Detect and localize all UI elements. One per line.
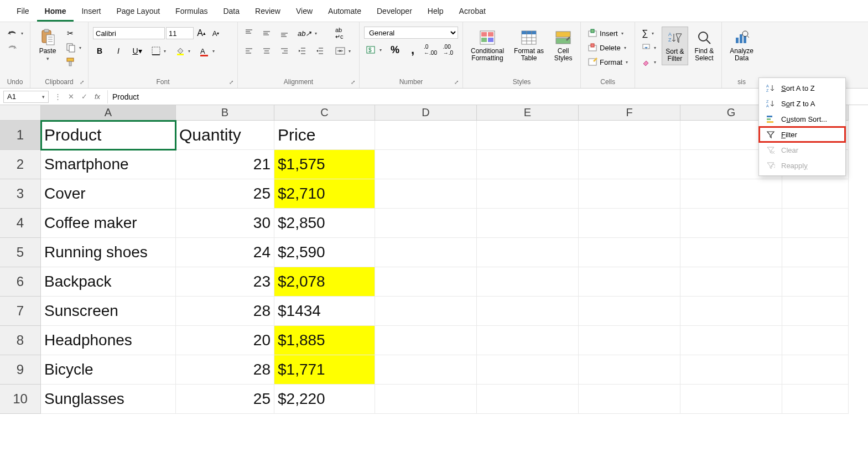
- name-box[interactable]: A1 ▾: [3, 91, 49, 103]
- cell-A9[interactable]: Bicycle: [41, 355, 176, 385]
- row-header[interactable]: 1: [0, 121, 41, 150]
- cell-B10[interactable]: 25: [176, 385, 274, 414]
- cell-D3[interactable]: [375, 179, 477, 209]
- cell-E8[interactable]: [477, 326, 579, 355]
- cells-area[interactable]: ProductQuantityPriceSmartphone21$1,575Co…: [41, 121, 849, 414]
- cell-E5[interactable]: [477, 238, 579, 267]
- menu-automate[interactable]: Automate: [320, 2, 369, 22]
- row-header[interactable]: 10: [0, 385, 41, 414]
- sort-za-item[interactable]: ZA Sort Z to A: [759, 96, 845, 111]
- row-header[interactable]: 8: [0, 326, 41, 355]
- cell-B6[interactable]: 23: [176, 267, 274, 297]
- autosum-button[interactable]: ∑▾: [640, 27, 658, 40]
- underline-button[interactable]: U ▾: [131, 44, 144, 58]
- cell-E7[interactable]: [477, 297, 579, 326]
- cell-A6[interactable]: Backpack: [41, 267, 176, 297]
- cell-D1[interactable]: [375, 121, 477, 150]
- cell-E3[interactable]: [477, 179, 579, 209]
- wrap-text-button[interactable]: ab↵c: [333, 27, 353, 40]
- cell-D8[interactable]: [375, 326, 477, 355]
- row-header[interactable]: 7: [0, 297, 41, 326]
- cell-A3[interactable]: Cover: [41, 179, 176, 209]
- merge-button[interactable]: ▾: [333, 44, 353, 58]
- cell-E4[interactable]: [477, 209, 579, 238]
- undo-button[interactable]: ▾: [4, 27, 25, 40]
- column-header-C[interactable]: C: [274, 105, 375, 121]
- cell-A1[interactable]: Product: [41, 121, 176, 150]
- cell-G9[interactable]: [680, 355, 782, 385]
- cut-button[interactable]: ✂: [64, 27, 77, 40]
- cell-C2[interactable]: $1,575: [274, 150, 375, 179]
- menu-help[interactable]: Help: [420, 2, 451, 22]
- row-header[interactable]: 3: [0, 179, 41, 209]
- column-header-E[interactable]: E: [477, 105, 579, 121]
- menu-review[interactable]: Review: [247, 2, 288, 22]
- row-header[interactable]: 4: [0, 209, 41, 238]
- cell-C3[interactable]: $2,710: [274, 179, 375, 209]
- cell-C8[interactable]: $1,885: [274, 326, 375, 355]
- accounting-button[interactable]: $ ▾: [364, 43, 384, 56]
- increase-font-button[interactable]: A▴: [195, 27, 208, 40]
- number-format-select[interactable]: General: [364, 27, 458, 39]
- cell-B3[interactable]: 25: [176, 179, 274, 209]
- cell-G6[interactable]: [680, 267, 782, 297]
- cell-A10[interactable]: Sunglasses: [41, 385, 176, 414]
- cell-B9[interactable]: 28: [176, 355, 274, 385]
- cell-F9[interactable]: [579, 355, 680, 385]
- cell-F3[interactable]: [579, 179, 680, 209]
- cell-F5[interactable]: [579, 238, 680, 267]
- cell-C5[interactable]: $2,590: [274, 238, 375, 267]
- cancel-button[interactable]: ✕: [64, 90, 77, 103]
- align-top-button[interactable]: [242, 27, 256, 40]
- three-dots-button[interactable]: ⋮: [51, 90, 64, 103]
- orientation-button[interactable]: ab↗▾: [295, 27, 319, 40]
- cell-H6[interactable]: [782, 267, 849, 297]
- cell-F1[interactable]: [579, 121, 680, 150]
- cell-D2[interactable]: [375, 150, 477, 179]
- cell-A5[interactable]: Running shoes: [41, 238, 176, 267]
- cell-C10[interactable]: $2,220: [274, 385, 375, 414]
- cell-D7[interactable]: [375, 297, 477, 326]
- fill-color-button[interactable]: ▾: [174, 44, 193, 58]
- menu-view[interactable]: View: [288, 2, 320, 22]
- fill-button[interactable]: ▾: [640, 41, 658, 54]
- cell-G3[interactable]: [680, 179, 782, 209]
- cell-H4[interactable]: [782, 209, 849, 238]
- cell-B2[interactable]: 21: [176, 150, 274, 179]
- bold-button[interactable]: B: [93, 44, 106, 58]
- formula-input[interactable]: [107, 90, 868, 103]
- custom-sort-item[interactable]: Custom Sort...: [759, 111, 845, 127]
- align-middle-button[interactable]: [260, 27, 273, 40]
- cell-G10[interactable]: [680, 385, 782, 414]
- dialog-launcher-icon[interactable]: ⤢: [227, 78, 235, 86]
- menu-home[interactable]: Home: [37, 2, 74, 22]
- cell-G5[interactable]: [680, 238, 782, 267]
- cell-A7[interactable]: Sunscreen: [41, 297, 176, 326]
- menu-acrobat[interactable]: Acrobat: [451, 2, 493, 22]
- cell-C4[interactable]: $2,850: [274, 209, 375, 238]
- decrease-indent-button[interactable]: [295, 44, 309, 58]
- menu-developer[interactable]: Developer: [369, 2, 420, 22]
- column-header-B[interactable]: B: [176, 105, 274, 121]
- cell-C9[interactable]: $1,771: [274, 355, 375, 385]
- cell-H10[interactable]: [782, 385, 849, 414]
- dialog-launcher-icon[interactable]: ⤢: [453, 78, 460, 86]
- copy-button[interactable]: ▾: [64, 41, 84, 54]
- enter-button[interactable]: ✓: [77, 90, 91, 103]
- insert-cells-button[interactable]: Insert▾: [585, 27, 630, 40]
- sort-az-item[interactable]: AZ Sort A to Z: [759, 80, 845, 96]
- analyze-data-button[interactable]: Analyze Data: [726, 27, 757, 64]
- cell-E10[interactable]: [477, 385, 579, 414]
- conditional-formatting-button[interactable]: Conditional Formatting: [467, 27, 507, 64]
- cell-D5[interactable]: [375, 238, 477, 267]
- cell-B5[interactable]: 24: [176, 238, 274, 267]
- menu-page-layout[interactable]: Page Layout: [108, 2, 168, 22]
- row-header[interactable]: 5: [0, 238, 41, 267]
- format-as-table-button[interactable]: Format as Table: [511, 27, 547, 64]
- cell-E9[interactable]: [477, 355, 579, 385]
- cell-F6[interactable]: [579, 267, 680, 297]
- menu-data[interactable]: Data: [215, 2, 247, 22]
- align-left-button[interactable]: [242, 44, 256, 58]
- fx-button[interactable]: fx: [91, 90, 104, 103]
- cell-A4[interactable]: Coffee maker: [41, 209, 176, 238]
